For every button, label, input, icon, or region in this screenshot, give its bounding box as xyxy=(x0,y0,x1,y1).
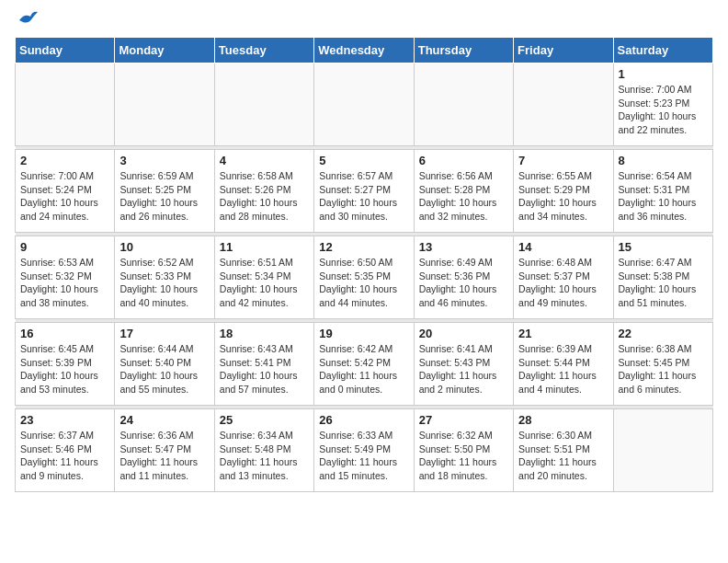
day-number: 10 xyxy=(119,240,209,254)
day-number: 26 xyxy=(319,413,408,427)
calendar-cell: 28Sunrise: 6:30 AM Sunset: 5:51 PM Dayli… xyxy=(514,409,613,492)
calendar-cell: 23Sunrise: 6:37 AM Sunset: 5:46 PM Dayli… xyxy=(16,409,115,492)
day-info: Sunrise: 6:59 AM Sunset: 5:25 PM Dayligh… xyxy=(119,169,209,224)
day-info: Sunrise: 6:56 AM Sunset: 5:28 PM Dayligh… xyxy=(419,169,508,224)
calendar-cell: 10Sunrise: 6:52 AM Sunset: 5:33 PM Dayli… xyxy=(115,236,214,319)
day-number: 22 xyxy=(619,327,708,340)
calendar-cell: 13Sunrise: 6:49 AM Sunset: 5:36 PM Dayli… xyxy=(414,236,513,319)
calendar-cell: 19Sunrise: 6:42 AM Sunset: 5:42 PM Dayli… xyxy=(314,323,414,406)
calendar-week-3: 9Sunrise: 6:53 AM Sunset: 5:32 PM Daylig… xyxy=(16,236,713,319)
calendar-cell xyxy=(514,63,613,146)
day-info: Sunrise: 6:43 AM Sunset: 5:41 PM Dayligh… xyxy=(220,342,309,396)
calendar-cell: 26Sunrise: 6:33 AM Sunset: 5:49 PM Dayli… xyxy=(314,409,414,492)
day-info: Sunrise: 6:30 AM Sunset: 5:51 PM Dayligh… xyxy=(518,429,608,483)
day-info: Sunrise: 7:00 AM Sunset: 5:24 PM Dayligh… xyxy=(20,169,109,224)
day-info: Sunrise: 6:37 AM Sunset: 5:46 PM Dayligh… xyxy=(20,429,109,483)
day-info: Sunrise: 6:39 AM Sunset: 5:44 PM Dayligh… xyxy=(518,342,608,396)
calendar-cell: 16Sunrise: 6:45 AM Sunset: 5:39 PM Dayli… xyxy=(16,323,115,406)
day-number: 3 xyxy=(119,154,209,167)
calendar-cell: 4Sunrise: 6:58 AM Sunset: 5:26 PM Daylig… xyxy=(214,150,313,233)
day-number: 28 xyxy=(518,413,608,427)
calendar-week-5: 23Sunrise: 6:37 AM Sunset: 5:46 PM Dayli… xyxy=(16,409,713,492)
calendar-week-4: 16Sunrise: 6:45 AM Sunset: 5:39 PM Dayli… xyxy=(16,323,713,406)
calendar-table: SundayMondayTuesdayWednesdayThursdayFrid… xyxy=(15,37,713,492)
day-info: Sunrise: 6:47 AM Sunset: 5:38 PM Dayligh… xyxy=(619,256,708,310)
day-info: Sunrise: 6:38 AM Sunset: 5:45 PM Dayligh… xyxy=(619,342,708,396)
weekday-header-saturday: Saturday xyxy=(613,38,712,63)
day-number: 6 xyxy=(419,154,508,167)
weekday-header-thursday: Thursday xyxy=(414,38,513,63)
calendar-cell: 7Sunrise: 6:55 AM Sunset: 5:29 PM Daylig… xyxy=(514,150,613,233)
day-number: 17 xyxy=(119,327,209,340)
day-number: 27 xyxy=(419,413,508,427)
day-number: 8 xyxy=(619,154,708,167)
calendar-cell: 6Sunrise: 6:56 AM Sunset: 5:28 PM Daylig… xyxy=(414,150,513,233)
calendar-cell xyxy=(16,63,115,146)
calendar-cell: 25Sunrise: 6:34 AM Sunset: 5:48 PM Dayli… xyxy=(214,409,313,492)
day-info: Sunrise: 6:52 AM Sunset: 5:33 PM Dayligh… xyxy=(119,256,209,310)
calendar-cell: 22Sunrise: 6:38 AM Sunset: 5:45 PM Dayli… xyxy=(613,323,712,406)
day-number: 2 xyxy=(20,154,109,167)
day-info: Sunrise: 6:48 AM Sunset: 5:37 PM Dayligh… xyxy=(518,256,608,310)
day-number: 1 xyxy=(619,67,708,81)
day-info: Sunrise: 6:55 AM Sunset: 5:29 PM Dayligh… xyxy=(518,169,608,224)
day-number: 18 xyxy=(220,327,309,340)
day-info: Sunrise: 6:50 AM Sunset: 5:35 PM Dayligh… xyxy=(319,256,408,310)
day-info: Sunrise: 6:57 AM Sunset: 5:27 PM Dayligh… xyxy=(319,169,408,224)
calendar-cell xyxy=(314,63,414,146)
weekday-header-tuesday: Tuesday xyxy=(214,38,313,63)
day-info: Sunrise: 6:32 AM Sunset: 5:50 PM Dayligh… xyxy=(419,429,508,483)
calendar-cell: 11Sunrise: 6:51 AM Sunset: 5:34 PM Dayli… xyxy=(214,236,313,319)
calendar-cell: 17Sunrise: 6:44 AM Sunset: 5:40 PM Dayli… xyxy=(115,323,214,406)
day-info: Sunrise: 6:53 AM Sunset: 5:32 PM Dayligh… xyxy=(20,256,109,310)
calendar-cell: 2Sunrise: 7:00 AM Sunset: 5:24 PM Daylig… xyxy=(16,150,115,233)
day-info: Sunrise: 6:54 AM Sunset: 5:31 PM Dayligh… xyxy=(619,169,708,224)
calendar-cell: 9Sunrise: 6:53 AM Sunset: 5:32 PM Daylig… xyxy=(16,236,115,319)
day-number: 19 xyxy=(319,327,408,340)
day-info: Sunrise: 6:36 AM Sunset: 5:47 PM Dayligh… xyxy=(119,429,209,483)
calendar-cell: 15Sunrise: 6:47 AM Sunset: 5:38 PM Dayli… xyxy=(613,236,712,319)
calendar-cell: 24Sunrise: 6:36 AM Sunset: 5:47 PM Dayli… xyxy=(115,409,214,492)
day-number: 23 xyxy=(20,413,109,427)
day-info: Sunrise: 6:33 AM Sunset: 5:49 PM Dayligh… xyxy=(319,429,408,483)
day-number: 15 xyxy=(619,240,708,254)
calendar-cell: 21Sunrise: 6:39 AM Sunset: 5:44 PM Dayli… xyxy=(514,323,613,406)
day-number: 25 xyxy=(220,413,309,427)
calendar-cell xyxy=(115,63,214,146)
day-number: 12 xyxy=(319,240,408,254)
calendar-cell: 27Sunrise: 6:32 AM Sunset: 5:50 PM Dayli… xyxy=(414,409,513,492)
day-info: Sunrise: 6:58 AM Sunset: 5:26 PM Dayligh… xyxy=(220,169,309,224)
calendar-cell: 3Sunrise: 6:59 AM Sunset: 5:25 PM Daylig… xyxy=(115,150,214,233)
logo-bird-icon xyxy=(17,11,38,28)
calendar-week-1: 1Sunrise: 7:00 AM Sunset: 5:23 PM Daylig… xyxy=(16,63,713,146)
calendar-cell: 1Sunrise: 7:00 AM Sunset: 5:23 PM Daylig… xyxy=(613,63,712,146)
weekday-header-sunday: Sunday xyxy=(16,38,115,63)
calendar-week-2: 2Sunrise: 7:00 AM Sunset: 5:24 PM Daylig… xyxy=(16,150,713,233)
calendar-cell: 12Sunrise: 6:50 AM Sunset: 5:35 PM Dayli… xyxy=(314,236,414,319)
calendar-cell: 18Sunrise: 6:43 AM Sunset: 5:41 PM Dayli… xyxy=(214,323,313,406)
day-number: 14 xyxy=(518,240,608,254)
day-number: 20 xyxy=(419,327,508,340)
day-number: 9 xyxy=(20,240,109,254)
page-header xyxy=(15,15,713,28)
logo xyxy=(15,15,38,28)
day-number: 13 xyxy=(419,240,508,254)
calendar-cell xyxy=(414,63,513,146)
day-info: Sunrise: 6:45 AM Sunset: 5:39 PM Dayligh… xyxy=(20,342,109,396)
day-info: Sunrise: 6:42 AM Sunset: 5:42 PM Dayligh… xyxy=(319,342,408,396)
weekday-header-friday: Friday xyxy=(514,38,613,63)
day-number: 4 xyxy=(220,154,309,167)
calendar-cell: 5Sunrise: 6:57 AM Sunset: 5:27 PM Daylig… xyxy=(314,150,414,233)
day-number: 21 xyxy=(518,327,608,340)
day-info: Sunrise: 6:44 AM Sunset: 5:40 PM Dayligh… xyxy=(119,342,209,396)
day-number: 11 xyxy=(220,240,309,254)
day-info: Sunrise: 6:49 AM Sunset: 5:36 PM Dayligh… xyxy=(419,256,508,310)
day-info: Sunrise: 7:00 AM Sunset: 5:23 PM Dayligh… xyxy=(619,83,708,137)
day-number: 7 xyxy=(518,154,608,167)
weekday-header-row: SundayMondayTuesdayWednesdayThursdayFrid… xyxy=(16,38,713,63)
day-info: Sunrise: 6:51 AM Sunset: 5:34 PM Dayligh… xyxy=(220,256,309,310)
day-info: Sunrise: 6:34 AM Sunset: 5:48 PM Dayligh… xyxy=(220,429,309,483)
calendar-cell xyxy=(214,63,313,146)
calendar-cell: 20Sunrise: 6:41 AM Sunset: 5:43 PM Dayli… xyxy=(414,323,513,406)
day-number: 24 xyxy=(119,413,209,427)
